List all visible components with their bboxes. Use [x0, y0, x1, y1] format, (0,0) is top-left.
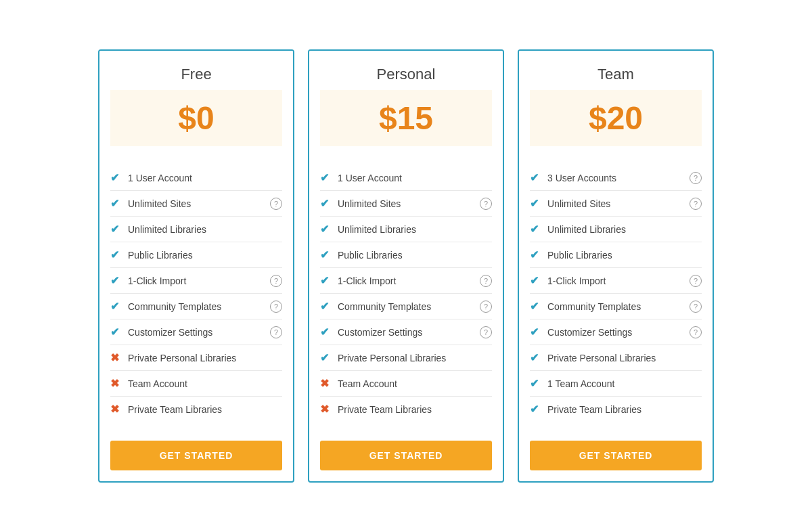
- check-icon: ✔: [320, 274, 334, 287]
- get-started-button-personal[interactable]: GET STARTED: [320, 441, 492, 470]
- check-icon: ✔: [320, 351, 334, 364]
- plan-header-team: Team$20: [519, 51, 713, 165]
- check-icon: ✔: [530, 171, 543, 184]
- feature-label: Customizer Settings: [338, 327, 476, 338]
- feature-label: 1-Click Import: [338, 275, 476, 286]
- plan-features-team: ✔3 User Accounts?✔Unlimited Sites?✔Unlim…: [519, 165, 713, 433]
- plan-cta-personal: GET STARTED: [309, 433, 503, 481]
- feature-label: Customizer Settings: [547, 327, 685, 338]
- feature-row: ✔Private Team Libraries: [530, 397, 702, 422]
- feature-label: 1-Click Import: [547, 275, 685, 286]
- check-icon: ✔: [110, 171, 124, 184]
- plan-price-box-team: $20: [530, 90, 702, 146]
- help-icon[interactable]: ?: [690, 301, 702, 313]
- feature-row: ✔1 User Account: [320, 165, 492, 191]
- plan-header-personal: Personal$15: [309, 51, 503, 165]
- feature-row: ✔Unlimited Libraries: [320, 217, 492, 242]
- feature-row: ✔1-Click Import?: [530, 268, 702, 294]
- feature-label: Public Libraries: [547, 250, 702, 261]
- feature-label: 1 User Account: [338, 173, 492, 183]
- feature-row: ✔Unlimited Sites?: [110, 191, 282, 217]
- check-icon: ✔: [530, 274, 543, 287]
- feature-row: ✔Public Libraries: [110, 242, 282, 268]
- check-icon: ✔: [530, 351, 543, 364]
- plan-price-team: $20: [537, 99, 695, 137]
- help-icon[interactable]: ?: [480, 198, 492, 210]
- help-icon[interactable]: ?: [270, 275, 282, 287]
- plan-price-personal: $15: [327, 99, 485, 137]
- feature-label: Unlimited Libraries: [338, 224, 492, 235]
- feature-row: ✔1 User Account: [110, 165, 282, 191]
- feature-label: Team Account: [128, 378, 282, 389]
- feature-label: Private Team Libraries: [547, 404, 702, 415]
- plan-name-free: Free: [110, 66, 282, 83]
- check-icon: ✔: [110, 248, 124, 261]
- feature-row: ✔Private Personal Libraries: [530, 345, 702, 371]
- help-icon[interactable]: ?: [690, 172, 702, 184]
- feature-label: 3 User Accounts: [547, 173, 685, 183]
- check-icon: ✔: [110, 300, 124, 313]
- check-icon: ✔: [530, 300, 543, 313]
- feature-row: ✔Customizer Settings?: [320, 319, 492, 345]
- help-icon[interactable]: ?: [270, 326, 282, 338]
- feature-label: Community Templates: [338, 301, 476, 312]
- feature-label: Customizer Settings: [128, 327, 266, 338]
- check-icon: ✔: [110, 223, 124, 236]
- plan-card-free: Free$0✔1 User Account✔Unlimited Sites?✔U…: [98, 49, 294, 483]
- feature-label: Private Personal Libraries: [338, 353, 492, 363]
- plan-price-box-personal: $15: [320, 90, 492, 146]
- feature-label: Team Account: [338, 378, 492, 389]
- cross-icon: ✖: [320, 377, 334, 390]
- feature-label: Public Libraries: [338, 250, 492, 261]
- feature-label: Public Libraries: [128, 250, 282, 261]
- cross-icon: ✖: [320, 403, 334, 416]
- plan-card-team: Team$20✔3 User Accounts?✔Unlimited Sites…: [518, 49, 714, 483]
- cross-icon: ✖: [110, 351, 124, 364]
- feature-row: ✔Private Personal Libraries: [320, 345, 492, 371]
- help-icon[interactable]: ?: [690, 326, 702, 338]
- get-started-button-team[interactable]: GET STARTED: [530, 441, 702, 470]
- feature-row: ✔Community Templates?: [530, 294, 702, 319]
- plan-price-box-free: $0: [110, 90, 282, 146]
- help-icon[interactable]: ?: [270, 198, 282, 210]
- help-icon[interactable]: ?: [480, 326, 492, 338]
- feature-row: ✔Community Templates?: [320, 294, 492, 319]
- feature-row: ✖Team Account: [320, 371, 492, 397]
- plan-features-free: ✔1 User Account✔Unlimited Sites?✔Unlimit…: [99, 165, 293, 433]
- plan-card-personal: Personal$15✔1 User Account✔Unlimited Sit…: [308, 49, 504, 483]
- help-icon[interactable]: ?: [690, 275, 702, 287]
- feature-label: 1-Click Import: [128, 275, 266, 286]
- check-icon: ✔: [110, 326, 124, 338]
- cross-icon: ✖: [110, 403, 124, 416]
- feature-row: ✔Unlimited Libraries: [530, 217, 702, 242]
- feature-row: ✔1-Click Import?: [320, 268, 492, 294]
- feature-row: ✔3 User Accounts?: [530, 165, 702, 191]
- help-icon[interactable]: ?: [270, 301, 282, 313]
- check-icon: ✔: [530, 403, 543, 416]
- feature-label: Private Team Libraries: [128, 404, 282, 415]
- feature-label: Unlimited Libraries: [128, 224, 282, 235]
- feature-row: ✔Unlimited Sites?: [320, 191, 492, 217]
- feature-row: ✔Customizer Settings?: [110, 319, 282, 345]
- feature-label: Community Templates: [128, 301, 266, 312]
- help-icon[interactable]: ?: [690, 198, 702, 210]
- plan-cta-team: GET STARTED: [519, 433, 713, 481]
- feature-row: ✔Public Libraries: [320, 242, 492, 268]
- check-icon: ✔: [530, 326, 543, 338]
- pricing-container: Free$0✔1 User Account✔Unlimited Sites?✔U…: [0, 29, 812, 503]
- help-icon[interactable]: ?: [480, 301, 492, 313]
- feature-row: ✖Private Team Libraries: [110, 397, 282, 422]
- feature-row: ✖Private Team Libraries: [320, 397, 492, 422]
- get-started-button-free[interactable]: GET STARTED: [110, 441, 282, 470]
- help-icon[interactable]: ?: [480, 275, 492, 287]
- feature-row: ✔Unlimited Sites?: [530, 191, 702, 217]
- feature-row: ✖Team Account: [110, 371, 282, 397]
- plan-header-free: Free$0: [99, 51, 293, 165]
- feature-label: Private Personal Libraries: [547, 353, 702, 363]
- plan-name-personal: Personal: [320, 66, 492, 83]
- check-icon: ✔: [320, 300, 334, 313]
- check-icon: ✔: [320, 171, 334, 184]
- feature-row: ✔Public Libraries: [530, 242, 702, 268]
- cross-icon: ✖: [110, 377, 124, 390]
- feature-label: Private Personal Libraries: [128, 353, 282, 363]
